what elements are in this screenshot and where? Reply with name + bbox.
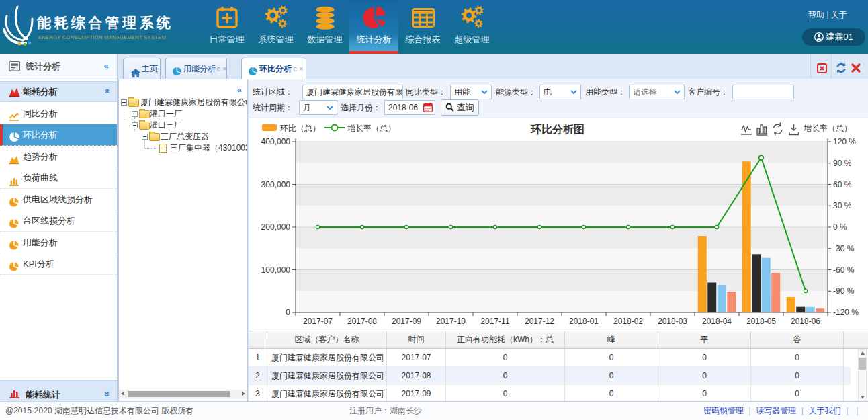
svg-text:-120 %: -120 % [833, 308, 859, 317]
svg-text:2017-11: 2017-11 [480, 317, 509, 326]
svg-text:-90 %: -90 % [833, 286, 855, 296]
svg-text:2017-09: 2017-09 [392, 317, 421, 326]
svg-text:环比（总）: 环比（总） [279, 124, 320, 133]
svg-text:200,000: 200,000 [261, 222, 291, 232]
svg-text:0: 0 [286, 308, 290, 317]
svg-text:2018-04: 2018-04 [702, 317, 732, 326]
svg-text:120 %: 120 % [833, 137, 856, 146]
svg-text:2017-08: 2017-08 [347, 317, 377, 326]
svg-text:2017-10: 2017-10 [436, 317, 466, 326]
svg-text:2018-03: 2018-03 [658, 317, 687, 326]
svg-text:90 %: 90 % [833, 159, 852, 168]
svg-text:环比分析图: 环比分析图 [530, 124, 584, 135]
svg-text:2017-12: 2017-12 [525, 317, 554, 326]
svg-text:2017-07: 2017-07 [303, 317, 333, 326]
svg-text:400,000: 400,000 [261, 137, 291, 146]
svg-text:2018-01: 2018-01 [569, 317, 599, 326]
svg-text:2018-06: 2018-06 [791, 317, 820, 326]
svg-text:100,000: 100,000 [261, 265, 291, 275]
svg-text:-60 %: -60 % [833, 265, 855, 275]
svg-text:30 %: 30 % [833, 201, 852, 210]
svg-text:2018-05: 2018-05 [746, 317, 776, 326]
svg-text:增长率（总）: 增长率（总） [804, 124, 852, 133]
svg-text:增长率（总）: 增长率（总） [347, 124, 396, 133]
svg-text:2018-02: 2018-02 [613, 317, 643, 326]
svg-text:300,000: 300,000 [261, 180, 291, 190]
svg-text:0 %: 0 % [833, 222, 847, 232]
svg-text:60 %: 60 % [833, 180, 852, 190]
svg-text:-30 %: -30 % [833, 244, 855, 253]
